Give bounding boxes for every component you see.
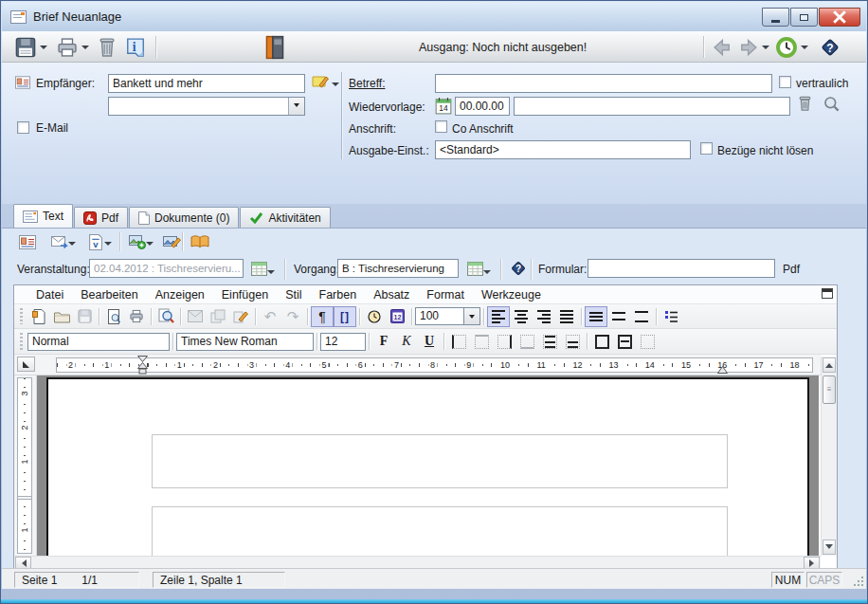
scroll-down-button[interactable] xyxy=(823,540,836,555)
search-button[interactable] xyxy=(154,306,177,327)
page-canvas[interactable] xyxy=(37,375,819,556)
calendar-picker-button[interactable]: 14 xyxy=(435,97,452,115)
menu-item[interactable]: Stil xyxy=(277,288,310,302)
zoom-dropdown[interactable] xyxy=(464,307,480,325)
border-top-button[interactable] xyxy=(470,331,493,352)
justify-button[interactable] xyxy=(555,306,578,327)
underline-button[interactable]: U xyxy=(418,331,441,352)
zoom-input[interactable]: 100 xyxy=(415,307,464,325)
border-inside-h-button[interactable] xyxy=(538,331,561,352)
back-button[interactable] xyxy=(711,35,732,59)
vertical-ruler[interactable]: 3211 xyxy=(14,375,37,556)
clear-wiedervorlage-button[interactable] xyxy=(796,95,814,113)
vorgang-select[interactable]: B : Tischreservierung xyxy=(337,259,459,278)
info-button[interactable]: i xyxy=(125,35,146,59)
right-indent-marker[interactable] xyxy=(717,365,728,374)
delete-button[interactable] xyxy=(97,35,118,59)
signature-stamp-button[interactable] xyxy=(229,306,252,327)
save-dropdown[interactable] xyxy=(40,35,47,59)
resize-grip[interactable] xyxy=(853,576,864,587)
border-all-button[interactable] xyxy=(613,331,636,352)
menu-item[interactable]: Bearbeiten xyxy=(72,288,146,302)
menu-item[interactable]: Format xyxy=(418,288,473,302)
addressbook-button[interactable] xyxy=(265,35,284,59)
betreff-select[interactable] xyxy=(435,74,772,93)
line-spacing-1-button[interactable] xyxy=(585,306,607,327)
menu-item[interactable]: Absatz xyxy=(365,288,418,302)
wiedervorlage-text-input[interactable] xyxy=(514,97,790,116)
bezuege-checkbox[interactable] xyxy=(700,142,713,155)
maximize-button[interactable] xyxy=(790,8,818,27)
edit-signature-button[interactable] xyxy=(159,230,184,253)
font-size-select[interactable]: 12 xyxy=(320,333,366,351)
veranstaltung-table-dropdown[interactable] xyxy=(267,260,275,284)
insert-date-button[interactable]: 12 xyxy=(386,306,408,327)
print-preview-button[interactable] xyxy=(102,306,125,327)
line-spacing-2-button[interactable] xyxy=(630,306,653,327)
tab-pdf[interactable]: Pdf xyxy=(74,207,128,228)
titlebar[interactable]: Brief Neuanlage xyxy=(2,2,866,31)
note-button[interactable] xyxy=(311,73,330,91)
menu-item[interactable]: Anzeigen xyxy=(147,288,213,302)
forward-button[interactable] xyxy=(739,35,760,59)
page[interactable] xyxy=(46,377,809,556)
insert-time-button[interactable] xyxy=(363,306,386,327)
border-box-button[interactable] xyxy=(590,331,613,352)
scrollbar-thumb[interactable] xyxy=(823,375,836,404)
menu-item[interactable]: Datei xyxy=(27,288,72,302)
vertraulich-checkbox[interactable] xyxy=(779,76,791,88)
paragraph-style-select[interactable]: Normal xyxy=(27,333,170,351)
send-dropdown[interactable] xyxy=(68,231,76,255)
show-paragraph-marks-toggle[interactable]: ¶ xyxy=(311,306,334,327)
field-brackets-toggle[interactable]: [] xyxy=(334,306,356,327)
textbausteine-button[interactable] xyxy=(188,230,212,253)
print-dropdown[interactable] xyxy=(81,35,89,59)
print-document-button[interactable] xyxy=(125,306,148,327)
search-wiedervorlage-button[interactable] xyxy=(823,95,841,113)
tab-aktivitaeten[interactable]: Aktivitäten xyxy=(240,207,330,228)
tab-stop-selector[interactable] xyxy=(17,357,35,372)
co-anschrift-checkbox[interactable] xyxy=(435,120,447,133)
menu-item[interactable]: Farben xyxy=(311,288,366,302)
align-center-button[interactable] xyxy=(510,306,533,327)
empfaenger-input[interactable]: Bankett und mehr xyxy=(108,74,305,93)
copies-button[interactable] xyxy=(207,306,229,327)
ausgabe-einst-select[interactable]: <Standard> xyxy=(435,140,691,159)
address-field-box[interactable] xyxy=(152,434,728,488)
vorgang-table-dropdown[interactable] xyxy=(483,260,491,284)
indent-marker[interactable] xyxy=(137,356,148,375)
save-button[interactable] xyxy=(15,35,36,59)
wiedervorlage-date-input[interactable]: 00.00.00 xyxy=(455,97,510,116)
formular-input[interactable] xyxy=(588,259,775,278)
undo-button[interactable]: ↶ xyxy=(259,306,281,327)
open-button[interactable] xyxy=(50,306,73,327)
border-right-button[interactable] xyxy=(493,331,515,352)
betreff-label[interactable]: Betreff: xyxy=(349,77,385,90)
line-spacing-15-button[interactable] xyxy=(607,306,630,327)
info-field-box[interactable] xyxy=(152,506,728,556)
font-family-select[interactable]: Times New Roman xyxy=(176,333,314,351)
note-dropdown[interactable] xyxy=(332,72,339,96)
border-none-button[interactable] xyxy=(636,331,659,352)
align-left-button[interactable] xyxy=(487,306,510,327)
bullet-list-button[interactable] xyxy=(660,306,682,327)
scroll-up-button[interactable] xyxy=(823,357,836,373)
vorlage-dropdown[interactable] xyxy=(104,231,112,255)
align-right-button[interactable] xyxy=(533,306,555,327)
empfaenger-secondary-select[interactable] xyxy=(108,97,305,116)
border-bottom-button[interactable] xyxy=(515,331,538,352)
tab-text[interactable]: Text xyxy=(13,204,73,228)
close-button[interactable] xyxy=(819,8,860,27)
redo-button[interactable]: ↷ xyxy=(281,306,304,327)
help-button[interactable]: ? xyxy=(819,35,841,59)
context-help-button[interactable]: ? xyxy=(506,257,531,280)
schedule-dropdown[interactable] xyxy=(801,35,808,59)
tab-dokumente[interactable]: Dokumente (0) xyxy=(129,207,239,228)
insert-contact-button[interactable] xyxy=(15,230,40,253)
border-left-button[interactable] xyxy=(447,331,470,352)
border-inside-h2-button[interactable] xyxy=(561,331,584,352)
print-button[interactable] xyxy=(57,35,78,59)
horizontal-ruler[interactable]: 21123456789101112131415161718 xyxy=(14,355,821,375)
editor-maximize-icon[interactable] xyxy=(822,288,833,299)
menu-item[interactable]: Werkzeuge xyxy=(473,288,550,302)
